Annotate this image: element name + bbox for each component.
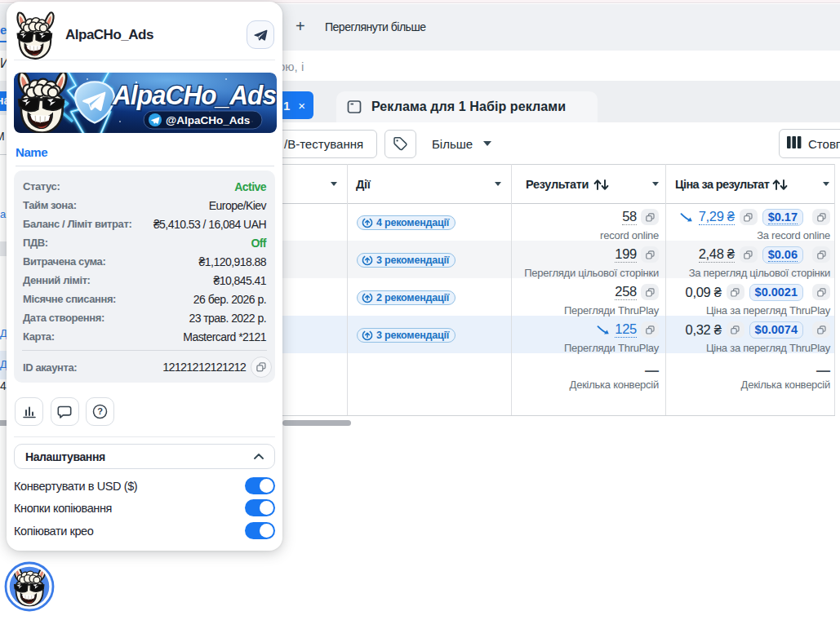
svg-text:AlpaCHo_Ads: AlpaCHo_Ads bbox=[112, 79, 276, 110]
svg-text:?: ? bbox=[97, 406, 103, 416]
svg-text:@AlpaCHo_Ads: @AlpaCHo_Ads bbox=[166, 114, 250, 126]
